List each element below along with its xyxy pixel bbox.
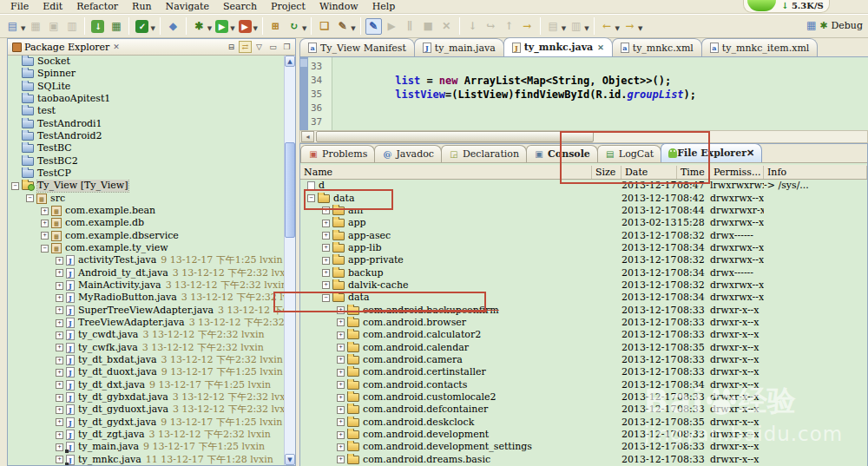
dropdown-arrow-icon[interactable]: ▼: [351, 25, 355, 32]
close-icon[interactable]: ✕: [746, 148, 754, 159]
tree-expander-icon[interactable]: +: [337, 331, 345, 339]
file-row[interactable]: +app-private2013-12-1708:32drwxrwx--x: [300, 254, 867, 266]
tree-item[interactable]: TestAndrodi1: [8, 118, 284, 130]
tree-item[interactable]: +Jty_mnkc.java11 13-12-17 下午1:28 lvxin: [8, 454, 284, 466]
dropdown-arrow-icon[interactable]: ▼: [230, 25, 234, 32]
debug-perspective-button[interactable]: Debug: [832, 20, 864, 31]
close-icon[interactable]: ✕: [113, 43, 120, 51]
console-tab-declaration[interactable]: ◲Declaration: [441, 145, 527, 162]
file-row[interactable]: +com.android.calendar2013-12-1708:35drwx…: [300, 341, 867, 353]
tree-expander-icon[interactable]: +: [56, 344, 63, 351]
tree-expander-icon[interactable]: +: [56, 456, 63, 463]
link-with-editor-icon[interactable]: ⇄: [239, 41, 252, 53]
collapse-all-icon[interactable]: ⊟: [225, 41, 238, 53]
package-explorer-scrollbar[interactable]: ▲ ▼: [284, 56, 295, 465]
new-wizard-button[interactable]: ▤: [4, 18, 21, 35]
editor-tab-ty-view-manifest[interactable]: aTy_View Manifest: [299, 38, 415, 56]
tree-item[interactable]: TestAndroid2: [8, 130, 284, 142]
tree-item[interactable]: +Jty_dt_bxdat.java3 13-12-12 下午2:32 lvxi…: [8, 354, 284, 366]
console-tab-problems[interactable]: ▣Problems: [300, 145, 375, 162]
file-row[interactable]: +com.android.defcontainer2013-12-1708:33…: [300, 404, 867, 416]
menu-project[interactable]: Project: [264, 1, 312, 12]
tree-item[interactable]: +JTreeViewAdapter.java3 13-12-12 下午2:32 …: [8, 317, 284, 329]
tree-item[interactable]: +Jty_cwdt.java3 13-12-12 下午2:32 lvxin: [8, 329, 284, 341]
tree-expander-icon[interactable]: +: [337, 381, 345, 389]
tree-expander-icon[interactable]: +: [56, 381, 63, 389]
file-row[interactable]: +com.android.deskclock2013-12-1708:35drw…: [300, 417, 867, 429]
team-sync-button[interactable]: ↻: [286, 18, 302, 35]
tree-expander-icon[interactable]: +: [337, 369, 345, 377]
tree-expander-icon[interactable]: +: [56, 418, 63, 426]
file-row[interactable]: +com.android.customlocale22013-12-1708:3…: [300, 391, 867, 404]
scrollbar-thumb[interactable]: [316, 131, 594, 142]
tree-expander-icon[interactable]: +: [56, 306, 63, 314]
tree-item[interactable]: SQLite: [8, 81, 284, 93]
tree-item[interactable]: TestCP: [8, 167, 284, 180]
dropdown-arrow-icon[interactable]: ▼: [562, 25, 566, 32]
dropdown-arrow-icon[interactable]: ▼: [207, 25, 212, 32]
file-row[interactable]: +com.android.browser2013-12-1708:33drwxr…: [300, 317, 867, 329]
tree-item[interactable]: taobaoApitest1: [8, 93, 284, 105]
menu-navigate[interactable]: Navigate: [159, 1, 216, 12]
file-row[interactable]: +com.android.camera2013-12-1708:33drwxr-…: [300, 354, 867, 366]
open-resource-button[interactable]: ❏: [316, 18, 332, 35]
new-java-element-button[interactable]: ◆: [165, 18, 181, 35]
tree-item[interactable]: +Jty_dt_dxt.java9 13-12-17 下午1:25 lvxin: [8, 379, 284, 391]
editor-tab-ty-mnkc-java[interactable]: Jty_mnkc.java✕: [503, 37, 613, 56]
tree-expander-icon[interactable]: +: [337, 394, 345, 402]
file-row[interactable]: +app-lib2013-12-1708:34drwxrwx--x: [300, 242, 867, 254]
code-editor[interactable]: 333435363738 list = new ArrayList<Map<St…: [299, 57, 868, 130]
tree-expander-icon[interactable]: +: [322, 257, 330, 265]
tree-expander-icon[interactable]: +: [337, 344, 345, 351]
dropdown-arrow-icon[interactable]: ▼: [584, 25, 589, 32]
editor-tab-ty-mnkc-xml[interactable]: aty_mnkc.xml: [612, 38, 702, 56]
tree-item[interactable]: +Jty_dt_duoxt.java9 13-12-17 下午1:25 lvxi…: [8, 366, 284, 378]
tree-expander-icon[interactable]: +: [56, 443, 63, 451]
file-row[interactable]: +com.android.development2013-12-1708:33d…: [300, 429, 867, 441]
back-button[interactable]: ←: [599, 18, 615, 35]
editor-code-area[interactable]: list = new ArrayList<Map<String, Object>…: [332, 57, 868, 130]
tree-item[interactable]: +JMyRadioButton.java3 13-12-12 下午2:32 lv…: [8, 292, 284, 304]
tree-expander-icon[interactable]: +: [56, 282, 63, 290]
tree-item[interactable]: +JAndroid_ty_dt.java3 13-12-12 下午2:32 lv…: [8, 267, 284, 279]
scroll-up-icon[interactable]: ▲: [285, 56, 295, 67]
mark-tool-button[interactable]: ✎: [365, 18, 382, 35]
dropdown-arrow-icon[interactable]: ▼: [150, 25, 155, 32]
tree-expander-icon[interactable]: +: [56, 394, 63, 402]
tree-expander-icon[interactable]: +: [337, 406, 345, 414]
tree-item[interactable]: +JactivityTest.java9 13-12-17 下午1:25 lvx…: [8, 254, 284, 266]
tree-expander-icon[interactable]: +: [41, 207, 49, 215]
tree-expander-icon[interactable]: +: [322, 269, 330, 277]
tree-item[interactable]: +Jty_dt_gyduoxt.java3 13-12-12 下午2:32 lv…: [8, 404, 284, 416]
file-row[interactable]: +app2013-02-1315:28drwxrwx--x: [300, 217, 867, 229]
tree-expander-icon[interactable]: +: [337, 356, 345, 364]
tree-expander-icon[interactable]: −: [11, 182, 19, 190]
tree-item[interactable]: +▦com.example.db: [8, 217, 284, 229]
file-row[interactable]: +dalvik-cache2013-12-1708:32drwxrwx--x: [300, 279, 867, 292]
tree-expander-icon[interactable]: +: [337, 456, 345, 463]
android-virtual-device-button[interactable]: ▦: [108, 18, 124, 35]
tree-item[interactable]: +Jty_cwfk.java3 13-12-12 下午2:32 lvxin: [8, 342, 284, 354]
file-row[interactable]: +app-asec2013-12-1708:32drwx------: [300, 229, 867, 241]
file-row[interactable]: +com.android.contacts2013-12-1708:34drwx…: [300, 379, 867, 391]
dropdown-arrow-icon[interactable]: ▼: [615, 25, 620, 32]
tree-expander-icon[interactable]: −: [26, 194, 34, 202]
maximize-icon[interactable]: ❐: [280, 41, 293, 53]
menu-search[interactable]: Search: [216, 1, 264, 12]
tree-item[interactable]: +JSuperTreeViewAdapter.java3 13-12-12 下午…: [8, 305, 284, 317]
tree-item[interactable]: +▦com.example.bean: [8, 205, 284, 217]
android-sdk-manager-button[interactable]: ↓: [89, 18, 106, 35]
run-button[interactable]: ▶: [214, 18, 230, 35]
tree-expander-icon[interactable]: +: [56, 406, 63, 414]
scroll-down-icon[interactable]: ▼: [285, 454, 295, 465]
run-last-test-button[interactable]: ✓: [134, 18, 150, 35]
tree-item[interactable]: test: [8, 105, 284, 117]
tree-expander-icon[interactable]: +: [337, 418, 345, 426]
dropdown-arrow-icon[interactable]: ▼: [253, 25, 258, 32]
tree-expander-icon[interactable]: +: [322, 220, 330, 227]
tree-item[interactable]: +Jty_main.java9 13-12-17 下午1:25 lvxin: [8, 441, 284, 453]
menu-help[interactable]: Help: [365, 1, 403, 12]
run-to-line-button[interactable]: →: [519, 18, 536, 35]
column-header-info[interactable]: Info: [764, 166, 867, 179]
tree-item[interactable]: Spinner: [8, 68, 284, 80]
